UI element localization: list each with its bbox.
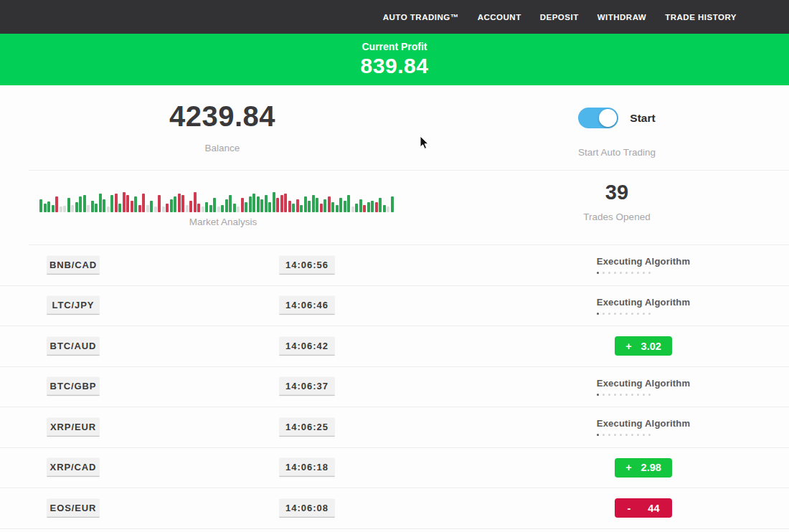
trade-time: 14:06:37	[279, 377, 335, 396]
trades-list: BNB/CAD 14:06:56 Executing Algorithm LTC…	[0, 245, 789, 529]
pair-badge: EOS/EUR	[47, 498, 100, 518]
result-badge: - 44	[615, 498, 672, 518]
trade-time: 14:06:25	[279, 417, 335, 437]
table-row: XRP/CAD 14:06:18 + 2.98	[0, 448, 789, 489]
nav-item-withdraw[interactable]: WITHDRAW	[597, 13, 647, 22]
trade-status: + 2.98	[572, 448, 715, 488]
table-row: BTC/AUD 14:06:42 + 3.02	[0, 326, 789, 367]
toggle-knob-icon	[599, 109, 617, 127]
status-label: Executing Algorithm	[597, 418, 690, 429]
pair-badge: BNB/CAD	[47, 255, 100, 275]
balance-section: 4239.84 Balance	[0, 100, 445, 153]
start-auto-trading-toggle[interactable]	[578, 108, 618, 128]
nav-item-account[interactable]: ACCOUNT	[478, 13, 521, 22]
pair-badge: BTC/GBP	[47, 377, 100, 396]
balance-value: 4239.84	[0, 100, 445, 133]
market-analysis-label: Market Analysis	[39, 217, 407, 227]
table-row: BNB/CAD 14:06:56 Executing Algorithm	[0, 245, 789, 286]
result-value: 2.98	[641, 462, 661, 473]
trade-status: Executing Algorithm	[572, 245, 715, 285]
trade-status: - 44	[572, 488, 715, 528]
trade-time: 14:06:46	[279, 296, 335, 315]
table-row: BTC/GBP 14:06:37 Executing Algorithm	[0, 367, 789, 408]
top-navbar: AUTO TRADING™ACCOUNTDEPOSITWITHDRAWTRADE…	[0, 0, 789, 34]
trade-status: Executing Algorithm	[572, 286, 715, 326]
pair-badge: XRP/CAD	[47, 458, 100, 478]
nav-item-deposit[interactable]: DEPOSIT	[540, 13, 579, 22]
progress-dots	[597, 394, 690, 396]
pair-badge: LTC/JPY	[47, 296, 100, 315]
nav-item-trade-history[interactable]: TRADE HISTORY	[665, 13, 737, 22]
auto-trading-app: AUTO TRADING™ACCOUNTDEPOSITWITHDRAWTRADE…	[0, 0, 789, 532]
status-label: Executing Algorithm	[597, 297, 690, 308]
trade-time: 14:06:56	[279, 255, 335, 275]
market-analysis-chart	[39, 188, 407, 212]
trade-time: 14:06:18	[279, 458, 335, 478]
result-sign: -	[628, 503, 631, 514]
start-auto-trading-label: Start Auto Trading	[445, 147, 789, 158]
auto-trading-section: Start Start Auto Trading	[445, 108, 789, 158]
current-profit-banner: Current Profit 839.84	[0, 34, 789, 85]
result-value: 3.02	[641, 341, 661, 352]
current-profit-value: 839.84	[361, 54, 429, 78]
table-row: LTC/JPY 14:06:46 Executing Algorithm	[0, 286, 789, 327]
result-sign: +	[625, 341, 631, 352]
result-badge: + 3.02	[615, 336, 672, 356]
nav-item-auto-trading[interactable]: AUTO TRADING™	[383, 13, 459, 22]
trades-opened-label: Trades Opened	[445, 212, 789, 222]
toggle-state-label: Start	[630, 112, 655, 125]
table-row: XRP/EUR 14:06:25 Executing Algorithm	[0, 407, 789, 448]
trades-opened-value: 39	[445, 181, 789, 204]
trade-status: + 3.02	[572, 326, 715, 366]
trades-opened-section: 39 Trades Opened	[445, 181, 789, 222]
status-label: Executing Algorithm	[597, 378, 690, 389]
table-row: EOS/EUR 14:06:08 - 44	[0, 488, 789, 529]
trade-time: 14:06:42	[279, 336, 335, 356]
balance-label: Balance	[0, 143, 445, 153]
current-profit-label: Current Profit	[362, 41, 427, 52]
progress-dots	[597, 313, 690, 315]
trade-time: 14:06:08	[279, 498, 335, 518]
result-badge: + 2.98	[615, 458, 672, 478]
result-value: 44	[648, 503, 659, 514]
status-label: Executing Algorithm	[597, 256, 690, 267]
section-divider	[29, 170, 789, 171]
pair-badge: BTC/AUD	[47, 336, 100, 356]
trade-status: Executing Algorithm	[572, 367, 715, 407]
pair-badge: XRP/EUR	[47, 417, 100, 437]
progress-dots	[597, 272, 690, 274]
trade-status: Executing Algorithm	[572, 407, 715, 447]
result-sign: +	[625, 462, 631, 473]
progress-dots	[597, 434, 690, 436]
